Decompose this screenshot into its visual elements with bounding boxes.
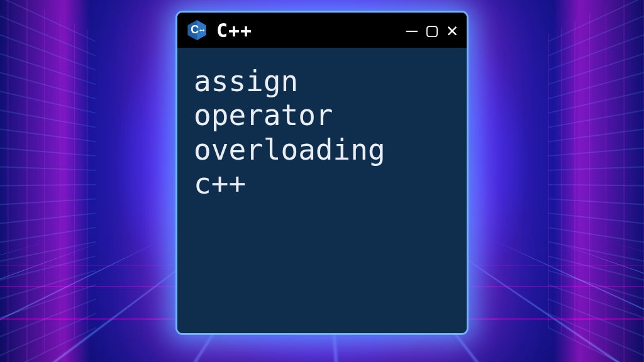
minimize-button[interactable]: – xyxy=(406,21,418,40)
logo-plus: ++ xyxy=(199,28,204,33)
window-controls: – ▢ ✕ xyxy=(406,21,458,40)
window-title: C++ xyxy=(216,19,252,41)
bg-side-left xyxy=(0,0,96,362)
window-body: assign operator overloading c++ xyxy=(177,48,467,333)
titlebar[interactable]: C ++ C++ – ▢ ✕ xyxy=(177,13,467,48)
logo-letter: C xyxy=(191,23,199,36)
cpp-logo-icon: C ++ xyxy=(186,19,208,41)
maximize-button[interactable]: ▢ xyxy=(426,21,438,40)
code-window: C ++ C++ – ▢ ✕ assign operator overloadi… xyxy=(177,13,467,333)
bg-side-right xyxy=(548,0,644,362)
close-button[interactable]: ✕ xyxy=(447,21,458,40)
